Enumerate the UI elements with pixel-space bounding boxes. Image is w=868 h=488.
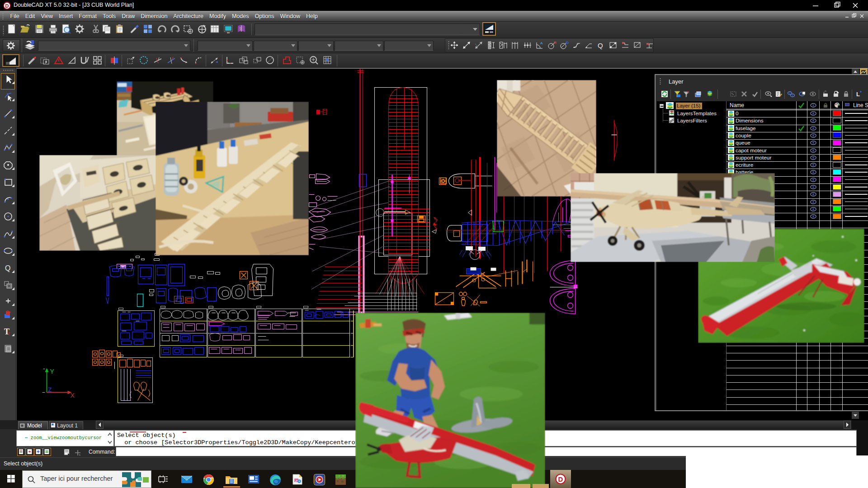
svg-text:X: X: [71, 392, 75, 399]
svg-text:Y: Y: [50, 368, 55, 375]
svg-text:Z: Z: [48, 386, 52, 393]
svg-text:D: D: [558, 475, 563, 483]
svg-text:L: L: [856, 91, 860, 98]
svg-text:*: *: [860, 90, 862, 95]
